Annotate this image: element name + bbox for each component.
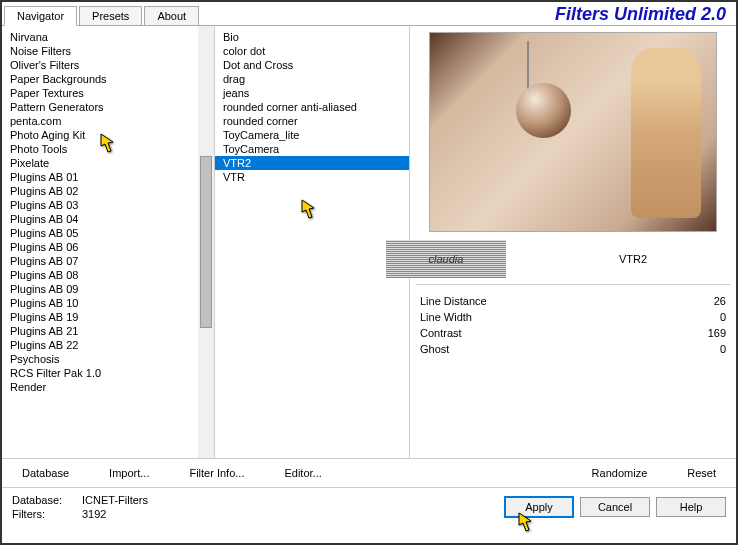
category-item[interactable]: Photo Tools (2, 142, 214, 156)
footer: Database: ICNET-Filters Filters: 3192 Ap… (2, 487, 736, 526)
param-row[interactable]: Contrast169 (416, 325, 730, 341)
database-button[interactable]: Database (2, 463, 89, 483)
toolbar: Database Import... Filter Info... Editor… (2, 458, 736, 487)
category-item[interactable]: RCS Filter Pak 1.0 (2, 366, 214, 380)
filter-item[interactable]: ToyCamera_lite (215, 128, 409, 142)
category-item[interactable]: Plugins AB 21 (2, 324, 214, 338)
current-filter-label: VTR2 (536, 253, 730, 265)
app-title: Filters Unlimited 2.0 (555, 4, 726, 25)
category-item[interactable]: penta.com (2, 114, 214, 128)
apply-button[interactable]: Apply (504, 496, 574, 518)
category-item[interactable]: Plugins AB 09 (2, 282, 214, 296)
param-row[interactable]: Line Width0 (416, 309, 730, 325)
tab-about[interactable]: About (144, 6, 199, 25)
preview-sphere (516, 83, 571, 138)
param-name: Line Width (420, 311, 472, 323)
editor-button[interactable]: Editor... (264, 463, 341, 483)
tab-presets[interactable]: Presets (79, 6, 142, 25)
category-item[interactable]: Psychosis (2, 352, 214, 366)
filter-item[interactable]: ToyCamera (215, 142, 409, 156)
category-item[interactable]: Nirvana (2, 30, 214, 44)
filter-item[interactable]: VTR (215, 170, 409, 184)
filter-item[interactable]: rounded corner (215, 114, 409, 128)
param-value: 0 (720, 311, 726, 323)
database-value: ICNET-Filters (82, 494, 148, 506)
category-item[interactable]: Plugins AB 19 (2, 310, 214, 324)
filter-info-button[interactable]: Filter Info... (169, 463, 264, 483)
filter-item[interactable]: Bio (215, 30, 409, 44)
filter-item[interactable]: rounded corner anti-aliased (215, 100, 409, 114)
filter-item[interactable]: VTR2 (215, 156, 409, 170)
category-item[interactable]: Pattern Generators (2, 100, 214, 114)
footer-info: Database: ICNET-Filters Filters: 3192 (12, 494, 148, 520)
param-value: 169 (708, 327, 726, 339)
category-item[interactable]: Noise Filters (2, 44, 214, 58)
param-value: 26 (714, 295, 726, 307)
category-item[interactable]: Plugins AB 06 (2, 240, 214, 254)
help-button[interactable]: Help (656, 497, 726, 517)
preview-figure (631, 48, 701, 218)
filter-item[interactable]: color dot (215, 44, 409, 58)
filter-list[interactable]: Biocolor dotDot and Crossdragjeansrounde… (215, 26, 409, 458)
preview-pane: claudia VTR2 Line Distance26Line Width0C… (410, 26, 736, 458)
category-item[interactable]: Plugins AB 22 (2, 338, 214, 352)
cancel-button[interactable]: Cancel (580, 497, 650, 517)
category-item[interactable]: Paper Backgrounds (2, 72, 214, 86)
scroll-thumb[interactable] (200, 156, 212, 329)
param-name: Line Distance (420, 295, 487, 307)
filters-count-value: 3192 (82, 508, 106, 520)
param-name: Ghost (420, 343, 449, 355)
category-item[interactable]: Plugins AB 10 (2, 296, 214, 310)
main-content: NirvanaNoise FiltersOliver's FiltersPape… (2, 26, 736, 458)
filter-item[interactable]: jeans (215, 86, 409, 100)
category-item[interactable]: Plugins AB 02 (2, 184, 214, 198)
preview-image (429, 32, 717, 232)
tab-navigator[interactable]: Navigator (4, 6, 77, 26)
filter-item[interactable]: drag (215, 72, 409, 86)
category-list-panel: NirvanaNoise FiltersOliver's FiltersPape… (2, 26, 215, 458)
filter-name-row: claudia VTR2 (416, 240, 730, 278)
category-item[interactable]: Plugins AB 01 (2, 170, 214, 184)
category-item[interactable]: Pixelate (2, 156, 214, 170)
category-item[interactable]: Plugins AB 08 (2, 268, 214, 282)
category-item[interactable]: Plugins AB 03 (2, 198, 214, 212)
category-item[interactable]: Paper Textures (2, 86, 214, 100)
watermark: claudia (386, 240, 506, 278)
category-item[interactable]: Plugins AB 04 (2, 212, 214, 226)
database-label: Database: (12, 494, 72, 506)
filters-count-label: Filters: (12, 508, 72, 520)
divider (416, 284, 730, 285)
import-button[interactable]: Import... (89, 463, 169, 483)
category-item[interactable]: Plugins AB 07 (2, 254, 214, 268)
parameter-list: Line Distance26Line Width0Contrast169Gho… (416, 293, 730, 357)
param-row[interactable]: Line Distance26 (416, 293, 730, 309)
randomize-button[interactable]: Randomize (572, 463, 668, 483)
category-scrollbar[interactable] (198, 26, 214, 458)
category-list[interactable]: NirvanaNoise FiltersOliver's FiltersPape… (2, 26, 214, 458)
category-item[interactable]: Photo Aging Kit (2, 128, 214, 142)
category-item[interactable]: Render (2, 380, 214, 394)
param-value: 0 (720, 343, 726, 355)
param-row[interactable]: Ghost0 (416, 341, 730, 357)
param-name: Contrast (420, 327, 462, 339)
footer-buttons: Apply Cancel Help (504, 496, 726, 518)
category-item[interactable]: Oliver's Filters (2, 58, 214, 72)
filter-item[interactable]: Dot and Cross (215, 58, 409, 72)
reset-button[interactable]: Reset (667, 463, 736, 483)
filter-list-panel: Biocolor dotDot and Crossdragjeansrounde… (215, 26, 410, 458)
category-item[interactable]: Plugins AB 05 (2, 226, 214, 240)
